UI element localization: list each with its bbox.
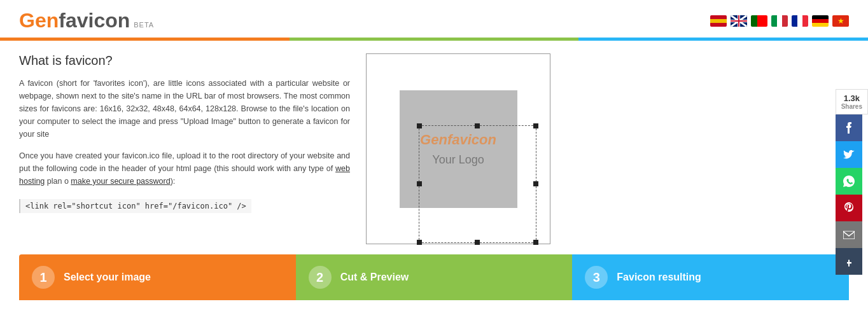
step-2-number: 2	[309, 266, 332, 289]
social-share-count: 1.3k Shares	[836, 89, 868, 114]
crop-handle-bm[interactable]	[475, 240, 480, 245]
facebook-share-button[interactable]	[836, 114, 862, 141]
social-sidebar: 1.3k Shares	[836, 89, 868, 275]
bar-orange	[0, 38, 290, 41]
svg-rect-6	[731, 20, 747, 22]
tumblr-share-button[interactable]	[836, 248, 862, 275]
step-3-number: 3	[585, 266, 608, 289]
main-content: What is favicon? A favicon (short for 'f…	[0, 41, 868, 244]
usage-text-pre: Once you have created your favicon.ico f…	[19, 151, 350, 173]
email-share-button[interactable]	[836, 221, 862, 248]
intro-paragraph: A favicon (short for 'favorites icon'), …	[19, 77, 350, 141]
crop-handle-bl[interactable]	[417, 240, 422, 245]
text-column: What is favicon? A favicon (short for 'f…	[19, 53, 350, 244]
crop-handle-br[interactable]	[533, 240, 538, 245]
step-1-label: Select your image	[64, 272, 151, 283]
code-snippet: <link rel="shortcut icon" href="/favicon…	[19, 199, 251, 213]
bar-blue	[578, 38, 868, 41]
svg-rect-7	[843, 231, 855, 239]
france-flag[interactable]	[792, 15, 808, 27]
logo-area: Gen favicon BETA	[19, 9, 154, 32]
bar-green	[290, 38, 579, 41]
secure-password-link[interactable]: make your secure password	[71, 177, 170, 186]
step-1[interactable]: 1 Select your image	[19, 254, 296, 300]
whatsapp-share-button[interactable]	[836, 168, 862, 195]
language-flags[interactable]: ★	[710, 15, 849, 27]
usage-text-post: ):	[171, 177, 176, 186]
usage-paragraph: Once you have created your favicon.ico f…	[19, 149, 350, 188]
preview-box: Genfavicon Your Logo	[366, 53, 550, 244]
step-2[interactable]: 2 Cut & Preview	[296, 254, 573, 300]
uk-flag[interactable]	[731, 15, 747, 27]
crop-handle-tr[interactable]	[533, 123, 538, 128]
page-heading: What is favicon?	[19, 53, 350, 68]
crop-handle-rm[interactable]	[533, 181, 538, 186]
step-3-label: Favicon resulting	[617, 272, 701, 283]
logo-beta-text: BETA	[134, 21, 154, 29]
spain-flag[interactable]	[710, 15, 727, 27]
pinterest-share-button[interactable]	[836, 195, 862, 221]
step-3[interactable]: 3 Favicon resulting	[572, 254, 849, 300]
twitter-share-button[interactable]	[836, 141, 862, 168]
china-flag[interactable]: ★	[832, 15, 849, 27]
logo-gen-text: Gen	[19, 9, 59, 32]
header: Gen favicon BETA ★	[0, 0, 868, 32]
crop-handle-tm[interactable]	[475, 123, 480, 128]
preview-column: Genfavicon Your Logo	[363, 53, 554, 244]
shares-label: Shares	[841, 103, 862, 110]
crop-handle-tl[interactable]	[417, 123, 422, 128]
germany-flag[interactable]	[812, 15, 829, 27]
share-count-number: 1.3k	[844, 93, 860, 103]
logo-image-placeholder: Genfavicon Your Logo	[400, 90, 517, 208]
portugal-flag[interactable]	[751, 15, 767, 27]
step-1-number: 1	[32, 266, 55, 289]
steps-bar: 1 Select your image 2 Cut & Preview 3 Fa…	[0, 244, 868, 300]
step-2-label: Cut & Preview	[340, 272, 409, 283]
crop-handle-lm[interactable]	[417, 181, 422, 186]
logo-favicon-text: favicon	[59, 9, 130, 32]
usage-text-mid: plan o	[45, 177, 71, 186]
placeholder-gen-text: Genfavicon	[420, 132, 496, 148]
italy-flag[interactable]	[771, 15, 788, 27]
color-bar	[0, 38, 868, 41]
